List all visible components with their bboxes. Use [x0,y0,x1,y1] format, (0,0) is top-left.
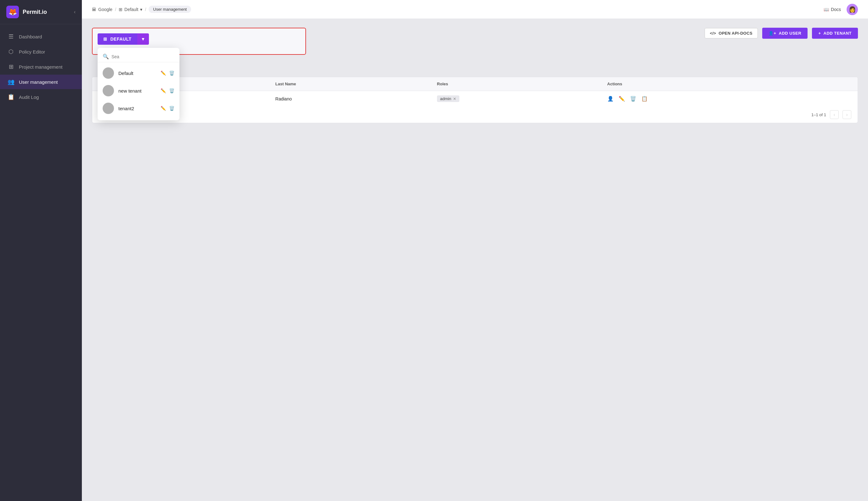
tenant-grid-icon: ⊞ [103,36,107,42]
dropdown-item-new-tenant[interactable]: new tenant ✏️ 🗑️ [98,82,180,99]
sidebar-item-audit-log[interactable]: 📋 Audit Log [0,90,82,104]
cell-roles: admin ✕ [431,91,601,107]
cell-last-name: Radiano [269,91,431,107]
add-tenant-label: ADD TENANT [824,31,852,35]
add-user-icon: 👤+ [769,31,776,35]
sidebar-header: 🦊 Permit.io ‹ [0,0,82,24]
tenant-dropdown: 🔍 Default ✏️ 🗑️ new tenant ✏️ [98,48,180,120]
breadcrumb-sep-2: / [145,7,146,12]
breadcrumb-google-label: Google [98,7,112,12]
table-header-row: Email Last Name Roles Actions [92,77,858,91]
project-management-icon: ⊞ [8,63,14,70]
user-management-icon: 👥 [8,78,14,85]
sidebar-item-project-management[interactable]: ⊞ Project management [0,60,82,74]
users-table: Email Last Name Roles Actions ozradiano@… [92,77,858,106]
tenant-actions-tenant2: ✏️ 🗑️ [161,106,174,111]
tenant-selector-main-button[interactable]: ⊞ DEFAULT [98,33,137,45]
edit-icon[interactable]: ✏️ [161,88,166,93]
tenant-avatar-default [103,67,114,79]
tenant-selector-row: ⊞ DEFAULT ▼ [98,33,300,45]
table-toolbar: </> OPEN API-DOCS 👤+ ADD USER + ADD TENA… [705,28,858,39]
edit-user-icon[interactable]: ✏️ [619,96,625,102]
row-action-icons: 👤 ✏️ 🗑️ 📋 [607,96,851,102]
sidebar-item-label: Audit Log [19,95,39,100]
tenant-name-tenant2: tenant2 [118,106,156,111]
sidebar-item-label: Policy Editor [19,49,45,54]
open-api-docs-button[interactable]: </> OPEN API-DOCS [705,28,758,39]
add-tenant-button[interactable]: + ADD TENANT [812,28,858,39]
sidebar-item-dashboard[interactable]: ☰ Dashboard [0,29,82,44]
more-options-icon[interactable]: 📋 [641,96,647,102]
pagination-range: 1–1 of 1 [811,113,826,117]
delete-icon[interactable]: 🗑️ [169,71,174,76]
delete-icon[interactable]: 🗑️ [169,106,174,111]
sidebar-collapse-button[interactable]: ‹ [74,9,76,15]
add-user-label: ADD USER [779,31,802,35]
policy-editor-icon: ⬡ [8,48,14,55]
tenant-selector-chevron-button[interactable]: ▼ [137,33,149,45]
default-icon: ⊞ [119,7,122,12]
tenant-name-default: Default [118,71,156,76]
audit-log-icon: 📋 [8,94,14,100]
edit-icon[interactable]: ✏️ [161,71,166,76]
dashboard-icon: ☰ [8,33,14,40]
breadcrumb-user-management-label: User management [153,7,187,12]
col-last-name: Last Name [269,77,431,91]
logo-emoji: 🦊 [9,8,17,16]
col-actions: Actions [601,77,858,91]
search-icon: 🔍 [103,54,109,60]
breadcrumb-sep-1: / [115,7,116,12]
open-api-docs-label: OPEN API-DOCS [718,31,752,35]
chevron-down-icon: ▼ [141,36,146,42]
main-content: 🏛 Google / ⊞ Default ▾ / User management… [82,0,868,501]
add-user-button[interactable]: 👤+ ADD USER [762,28,808,39]
pagination-next-button[interactable]: › [843,110,851,119]
sidebar-item-user-management[interactable]: 👥 User management [0,75,82,89]
breadcrumb-user-management[interactable]: User management [149,6,191,13]
pagination: 1–1 of 1 ‹ › [92,106,858,123]
breadcrumb-google[interactable]: 🏛 Google [92,7,112,12]
sidebar: 🦊 Permit.io ‹ ☰ Dashboard ⬡ Policy Edito… [0,0,82,501]
topbar: 🏛 Google / ⊞ Default ▾ / User management… [82,0,868,19]
docs-button[interactable]: 📖 Docs [824,7,841,12]
users-table-wrapper: Email Last Name Roles Actions ozradiano@… [92,77,858,123]
sidebar-item-label: User management [19,79,57,85]
edit-icon[interactable]: ✏️ [161,106,166,111]
cell-actions: 👤 ✏️ 🗑️ 📋 [601,91,858,107]
google-icon: 🏛 [92,7,96,12]
table-row: ozradiano@ Radiano admin ✕ 👤 ✏️ [92,91,858,107]
col-roles: Roles [431,77,601,91]
content-area: </> OPEN API-DOCS 👤+ ADD USER + ADD TENA… [82,19,868,501]
sidebar-nav: ☰ Dashboard ⬡ Policy Editor ⊞ Project ma… [0,24,82,109]
add-tenant-icon: + [818,31,821,35]
tenant-name-new-tenant: new tenant [118,88,156,94]
dropdown-item-tenant2[interactable]: tenant2 ✏️ 🗑️ [98,99,180,117]
delete-user-icon[interactable]: 🗑️ [630,96,636,102]
dropdown-item-default[interactable]: Default ✏️ 🗑️ [98,64,180,82]
role-badge-admin: admin ✕ [437,95,459,102]
tenant-search-input[interactable] [111,54,174,59]
breadcrumb-default-label: Default [124,7,138,12]
tenant-current-label: DEFAULT [110,36,132,42]
pagination-prev-button[interactable]: ‹ [830,110,839,119]
topbar-right: 📖 Docs 👩 [824,4,858,15]
tenant-section: ⊞ DEFAULT ▼ 🔍 Default ✏️ [92,28,306,55]
breadcrumb: 🏛 Google / ⊞ Default ▾ / User management [92,6,191,13]
tenant-avatar-new-tenant [103,85,114,96]
breadcrumb-chevron-icon: ▾ [140,7,142,12]
sidebar-item-label: Dashboard [19,34,42,39]
breadcrumb-default[interactable]: ⊞ Default ▾ [119,7,142,12]
tenant-avatar-tenant2 [103,103,114,114]
tenant-actions-default: ✏️ 🗑️ [161,71,174,76]
sidebar-logo: 🦊 [6,6,19,18]
tenant-search-row: 🔍 [98,51,180,62]
remove-role-button[interactable]: ✕ [453,97,456,101]
avatar[interactable]: 👩 [847,4,858,15]
sidebar-item-policy-editor[interactable]: ⬡ Policy Editor [0,44,82,59]
sidebar-item-label: Project management [19,64,62,70]
tenant-actions-new-tenant: ✏️ 🗑️ [161,88,174,93]
delete-icon[interactable]: 🗑️ [169,88,174,93]
role-label: admin [440,96,451,101]
assign-role-icon[interactable]: 👤 [607,96,614,102]
code-icon: </> [710,31,716,35]
